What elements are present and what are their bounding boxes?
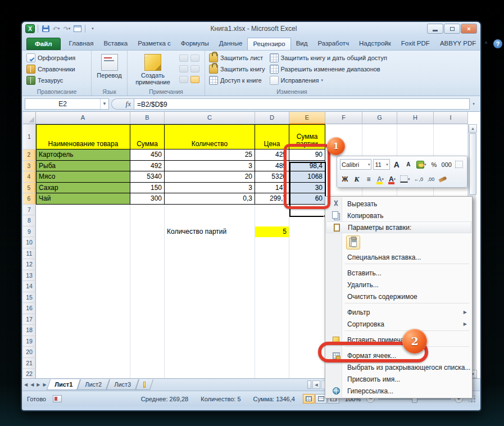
macro-record-button[interactable] xyxy=(53,395,62,402)
prev-sheet-button[interactable]: ◀ xyxy=(30,382,34,387)
cell-B5[interactable]: 150 xyxy=(130,183,165,194)
row-header[interactable]: 12 xyxy=(23,259,36,270)
sheet-tab-list3[interactable]: Лист3 xyxy=(106,379,139,390)
close-button[interactable]: × xyxy=(461,24,477,34)
spelling-button[interactable]: Орфография xyxy=(25,52,89,64)
fill-color-button[interactable]: А▾ xyxy=(375,174,385,184)
cell-B3[interactable]: 492 xyxy=(130,161,165,172)
row-header[interactable]: 7 xyxy=(23,205,36,216)
tab-abbyy-pdf[interactable]: ABBYY PDF xyxy=(435,38,481,50)
row-header[interactable]: 19 xyxy=(23,336,36,347)
row-header[interactable]: 8 xyxy=(23,215,36,226)
delete-comment-button[interactable] xyxy=(179,55,188,62)
col-header-E[interactable]: E xyxy=(289,112,325,124)
merge-center-button[interactable] xyxy=(454,159,464,170)
cell-B1[interactable]: Сумма xyxy=(130,124,165,149)
tab-split-handle[interactable] xyxy=(307,380,311,389)
vertical-scroll-thumb[interactable] xyxy=(469,133,476,195)
col-header-D[interactable]: D xyxy=(255,112,289,124)
row-header[interactable]: 13 xyxy=(23,270,36,282)
tab-review[interactable]: Рецензиро xyxy=(247,38,290,50)
cell-B9[interactable] xyxy=(130,226,165,238)
tab-home[interactable]: Главная xyxy=(64,38,99,50)
allow-edit-ranges-button[interactable]: Разрешить изменение диапазонов xyxy=(268,64,389,75)
new-window-button[interactable] xyxy=(73,24,82,33)
shrink-font-button[interactable]: А xyxy=(403,159,414,170)
cell-A3[interactable]: Рыба xyxy=(36,161,130,172)
menu-item-copy[interactable]: Копировать xyxy=(326,210,471,221)
col-header-H[interactable]: H xyxy=(397,112,434,124)
minimize-button[interactable] xyxy=(427,24,443,34)
col-header-F[interactable]: F xyxy=(325,112,362,124)
font-size-select[interactable]: 11 ▾ xyxy=(373,159,389,170)
cell-C6[interactable]: 0,3 xyxy=(165,193,255,205)
help-button[interactable]: ? xyxy=(493,39,502,48)
menu-item-define-name[interactable]: Присвоить имя... xyxy=(326,373,471,385)
col-header-A[interactable]: A xyxy=(36,112,130,124)
tab-view[interactable]: Вид xyxy=(291,38,313,50)
tab-foxit-pdf[interactable]: Foxit PDF xyxy=(396,38,435,50)
comma-style-button[interactable]: 000 xyxy=(441,159,452,170)
show-hide-comment-button[interactable] xyxy=(190,76,199,83)
italic-button[interactable]: К xyxy=(352,174,362,184)
row-header[interactable]: 15 xyxy=(23,292,36,303)
new-comment-button[interactable]: ✦ Создать примечание xyxy=(130,52,176,87)
tab-page-layout[interactable]: Разметка с xyxy=(133,38,176,50)
insert-function-button[interactable]: fx xyxy=(111,98,134,110)
redo-button[interactable]: ↷▾ xyxy=(62,24,71,33)
cell-B4[interactable]: 5340 xyxy=(130,171,165,183)
menu-item-cut[interactable]: Вырезать xyxy=(326,198,471,210)
expand-formula-bar-button[interactable]: ▾ xyxy=(470,98,478,110)
cell-C5[interactable]: 3 xyxy=(165,183,255,194)
sheet-tab-list2[interactable]: Лист2 xyxy=(77,379,110,390)
cell-D9[interactable]: 5 xyxy=(255,226,289,238)
bold-button[interactable]: Ж xyxy=(340,174,350,184)
show-ink-button[interactable] xyxy=(190,55,199,62)
cell-C3[interactable]: 3 xyxy=(165,161,255,172)
formula-input[interactable]: =B2/$D$9 xyxy=(134,98,470,110)
cell-A5[interactable]: Сахар xyxy=(36,183,130,194)
cell-C9[interactable]: Количество партий xyxy=(165,226,255,238)
first-sheet-button[interactable]: ◀ xyxy=(24,382,28,387)
row-header[interactable]: 2 xyxy=(23,149,36,161)
menu-item-insert[interactable]: Вставить... xyxy=(326,267,471,279)
col-header-I[interactable]: I xyxy=(434,112,468,124)
name-box-dropdown-icon[interactable]: ▼ xyxy=(100,99,108,109)
customize-qat-button[interactable]: ▾ xyxy=(88,24,97,33)
tab-addins[interactable]: Надстройк xyxy=(354,38,396,50)
row-header[interactable]: 14 xyxy=(23,281,36,292)
row-header[interactable]: 6 xyxy=(23,193,36,205)
tab-file[interactable]: Файл xyxy=(26,38,61,50)
last-sheet-button[interactable]: ▶ xyxy=(43,382,46,387)
cell-C4[interactable]: 20 xyxy=(165,171,255,183)
grid-cells-empty[interactable] xyxy=(325,124,480,149)
accounting-format-button[interactable]: ▾ xyxy=(415,159,428,170)
tab-data[interactable]: Данные xyxy=(214,38,248,50)
undo-button[interactable]: ↶▾ xyxy=(52,24,61,33)
share-workbook-button[interactable]: Доступ к книге xyxy=(207,75,267,86)
next-sheet-button[interactable]: ▶ xyxy=(37,382,40,387)
font-color-button[interactable]: А▾ xyxy=(387,174,397,184)
cell-A4[interactable]: Мясо xyxy=(36,171,130,183)
col-header-G[interactable]: G xyxy=(362,112,397,124)
menu-item-paste-special[interactable]: Специальная вставка... xyxy=(326,251,471,263)
protect-workbook-button[interactable]: Защитить книгу xyxy=(207,64,267,75)
collapse-ribbon-button[interactable]: ^ xyxy=(481,39,491,48)
increase-decimal-button[interactable]: ←,0 xyxy=(413,174,425,184)
menu-item-paste-options[interactable]: Параметры вставки: xyxy=(326,221,471,233)
row-header[interactable]: 22 xyxy=(23,369,36,378)
row-header[interactable]: 20 xyxy=(23,347,36,358)
scroll-left-button[interactable]: ◀ xyxy=(312,380,320,389)
excel-logo-icon[interactable]: X xyxy=(25,24,35,33)
cell-C2[interactable]: 25 xyxy=(165,149,255,161)
center-button[interactable]: ≡ xyxy=(364,174,374,184)
save-button[interactable] xyxy=(41,24,50,33)
percent-style-button[interactable]: % xyxy=(429,159,439,170)
menu-item-sort[interactable]: Сортировка ▶ xyxy=(326,318,471,330)
track-changes-button[interactable]: Исправления ▾ xyxy=(268,75,389,86)
row-header[interactable]: 3 xyxy=(23,161,36,172)
scroll-up-button[interactable]: ▲ xyxy=(469,124,477,133)
row-header[interactable]: 1 xyxy=(23,124,36,149)
thesaurus-button[interactable]: Тезаурус xyxy=(25,75,89,86)
col-header-C[interactable]: C xyxy=(165,112,255,124)
